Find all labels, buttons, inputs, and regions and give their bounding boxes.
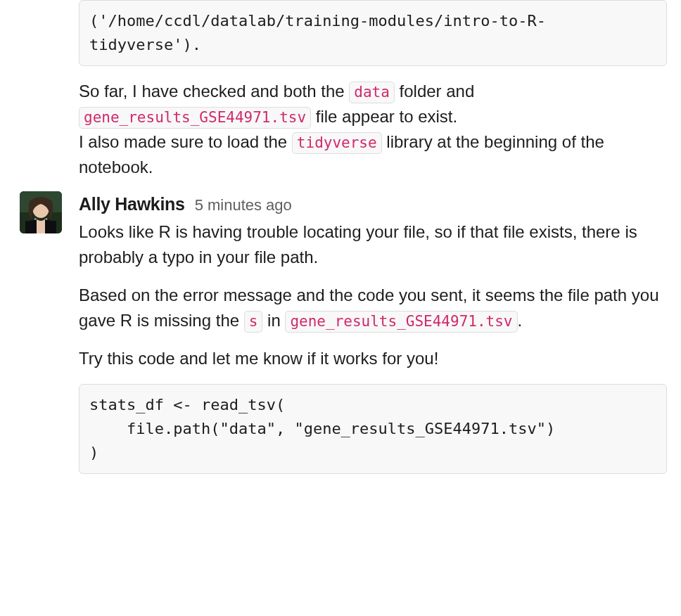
message-paragraph: Based on the error message and the code … [79, 283, 667, 333]
inline-code: gene_results_GSE44971.tsv [79, 107, 311, 129]
avatar-gutter [20, 191, 70, 487]
inline-code: s [244, 311, 263, 333]
code-block[interactable]: ('/home/ccdl/datalab/training-modules/in… [79, 0, 667, 66]
text-run: I also made sure to load the [79, 132, 292, 151]
avatar-image [20, 191, 62, 233]
text-run: file appear to exist. [311, 107, 457, 126]
message: ('/home/ccdl/datalab/training-modules/in… [0, 0, 681, 186]
text-run: . [518, 311, 523, 330]
author-name[interactable]: Ally Hawkins [79, 191, 185, 218]
avatar[interactable] [20, 191, 62, 233]
inline-code: tidyverse [292, 132, 382, 154]
message: Ally Hawkins 5 minutes ago Looks like R … [0, 186, 681, 492]
message-paragraph: Try this code and let me know if it work… [79, 346, 667, 371]
text-run: in [262, 311, 285, 330]
code-block[interactable]: stats_df <- read_tsv( file.path("data", … [79, 384, 667, 474]
message-paragraph: Looks like R is having trouble locating … [79, 219, 667, 270]
chat-thread: ('/home/ccdl/datalab/training-modules/in… [0, 0, 681, 492]
timestamp[interactable]: 5 minutes ago [195, 193, 292, 217]
text-run: So far, I have checked and both the [79, 82, 349, 101]
text-run: folder and [395, 82, 474, 101]
message-content: Ally Hawkins 5 minutes ago Looks like R … [70, 191, 667, 487]
inline-code: gene_results_GSE44971.tsv [285, 311, 517, 333]
message-content: ('/home/ccdl/datalab/training-modules/in… [70, 0, 667, 180]
inline-code: data [349, 82, 395, 103]
message-paragraph: So far, I have checked and both the data… [79, 79, 667, 180]
message-header: Ally Hawkins 5 minutes ago [79, 191, 667, 218]
